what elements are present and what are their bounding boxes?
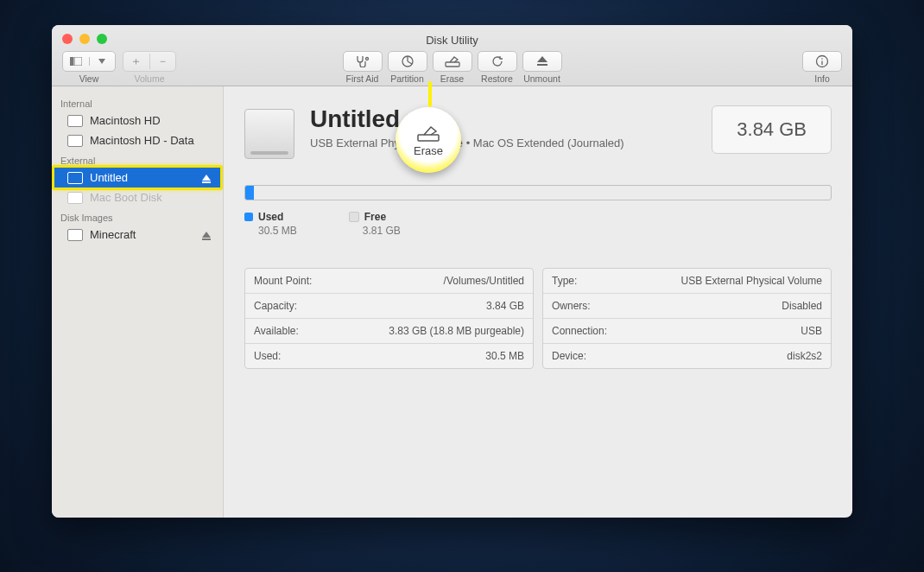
free-value: 3.81 GB — [349, 225, 401, 237]
stethoscope-icon — [343, 51, 383, 72]
erase-icon — [433, 51, 472, 72]
unmount-label: Unmount — [523, 73, 560, 84]
eject-icon[interactable] — [202, 175, 211, 181]
partition-label: Partition — [390, 73, 424, 84]
plus-icon: ＋ — [123, 54, 150, 69]
info-row: Available:3.83 GB (18.8 MB purgeable) — [245, 319, 533, 344]
used-swatch — [244, 213, 253, 221]
restore-icon — [478, 51, 517, 72]
view-label: View — [79, 73, 99, 84]
disk-icon — [67, 135, 83, 147]
info-value: USB External Physical Volume — [681, 275, 822, 287]
eject-icon[interactable] — [202, 232, 211, 238]
info-key: Type: — [552, 275, 577, 287]
sidebar-item-macintosh-hd[interactable]: Macintosh HD — [52, 111, 223, 130]
sidebar-item-label: Untitled — [90, 171, 128, 184]
info-key: Available: — [254, 325, 299, 337]
disk-utility-window: Disk Utility View ＋ － Volume — [52, 25, 852, 518]
info-column-left: Mount Point:/Volumes/UntitledCapacity:3.… — [244, 268, 534, 369]
info-value: 30.5 MB — [485, 350, 524, 362]
info-button[interactable]: Info — [802, 51, 842, 84]
info-value: /Volumes/Untitled — [444, 275, 524, 287]
svg-rect-5 — [537, 64, 547, 66]
svg-point-7 — [821, 58, 823, 60]
disk-icon — [67, 115, 83, 127]
usage-bar — [244, 185, 832, 200]
info-row: Capacity:3.84 GB — [245, 294, 533, 319]
info-key: Owners: — [552, 300, 591, 312]
svg-rect-0 — [70, 57, 73, 66]
info-key: Used: — [254, 350, 281, 362]
info-label: Info — [814, 73, 830, 84]
erase-label: Erase — [440, 73, 464, 84]
disk-icon — [67, 192, 83, 204]
info-key: Capacity: — [254, 300, 297, 312]
partition-button[interactable]: Partition — [388, 51, 427, 84]
sidebar-item-macintosh-hd-data[interactable]: Macintosh HD - Data — [52, 130, 223, 150]
info-value: 3.84 GB — [486, 300, 524, 312]
sidebar-item-label: Macintosh HD - Data — [90, 134, 194, 147]
svg-rect-4 — [446, 62, 459, 67]
sidebar-item-minecraft[interactable]: Minecraft — [52, 225, 223, 245]
volume-button: ＋ － Volume — [123, 51, 176, 84]
free-label: Free — [364, 211, 386, 223]
volume-icon — [244, 109, 294, 159]
legend-free: Free 3.81 GB — [349, 211, 401, 237]
sidebar-item-label: Macintosh HD — [90, 114, 161, 127]
info-value: USB — [801, 325, 822, 337]
main-content: Untitled USB External Physical Volume • … — [224, 86, 852, 518]
restore-label: Restore — [481, 73, 513, 84]
svg-rect-1 — [74, 57, 82, 66]
svg-point-2 — [365, 58, 368, 60]
sidebar-item-label: Minecraft — [90, 228, 136, 241]
sidebar-group-internal: Internal — [52, 93, 223, 111]
sidebar: Internal Macintosh HD Macintosh HD - Dat… — [52, 86, 224, 518]
info-row: Mount Point:/Volumes/Untitled — [245, 269, 533, 294]
info-column-right: Type:USB External Physical VolumeOwners:… — [542, 268, 832, 369]
titlebar: Disk Utility View ＋ － Volume — [52, 25, 852, 86]
erase-button[interactable]: Erase — [433, 51, 472, 84]
first-aid-label: First Aid — [346, 73, 379, 84]
usage-bar-used — [245, 186, 254, 200]
info-row: Owners:Disabled — [543, 294, 831, 319]
info-key: Connection: — [552, 325, 607, 337]
pie-icon — [388, 51, 427, 72]
eject-icon — [522, 51, 562, 72]
info-row: Connection:USB — [543, 319, 831, 344]
used-label: Used — [258, 211, 283, 223]
disk-icon — [67, 229, 83, 241]
volume-size: 3.84 GB — [712, 105, 832, 154]
used-value: 30.5 MB — [244, 225, 297, 237]
info-value: disk2s2 — [787, 350, 822, 362]
restore-button[interactable]: Restore — [478, 51, 517, 84]
sidebar-group-disk-images: Disk Images — [52, 207, 223, 225]
legend-used: Used 30.5 MB — [244, 211, 297, 237]
view-button[interactable]: View — [62, 51, 116, 84]
first-aid-button[interactable]: First Aid — [343, 51, 383, 84]
info-icon — [802, 51, 842, 72]
info-value: Disabled — [782, 300, 822, 312]
window-title: Disk Utility — [52, 34, 852, 47]
free-swatch — [349, 212, 359, 222]
sidebar-group-external: External — [52, 150, 223, 168]
info-row: Type:USB External Physical Volume — [543, 269, 831, 294]
volume-subtitle: USB External Physical Volume • Mac OS Ex… — [310, 137, 624, 149]
info-key: Mount Point: — [254, 275, 312, 287]
volume-label: Volume — [134, 73, 164, 84]
info-row: Device:disk2s2 — [543, 344, 831, 368]
info-row: Used:30.5 MB — [245, 344, 533, 368]
sidebar-item-mac-boot-disk[interactable]: Mac Boot Disk — [52, 187, 223, 207]
sidebar-item-label: Mac Boot Disk — [90, 191, 162, 204]
sidebar-item-untitled[interactable]: Untitled — [52, 168, 223, 187]
info-key: Device: — [552, 350, 586, 362]
volume-name: Untitled — [310, 105, 624, 133]
unmount-button[interactable]: Unmount — [522, 51, 562, 84]
minus-icon: － — [150, 54, 176, 69]
info-value: 3.83 GB (18.8 MB purgeable) — [389, 325, 524, 337]
disk-icon — [67, 172, 83, 184]
